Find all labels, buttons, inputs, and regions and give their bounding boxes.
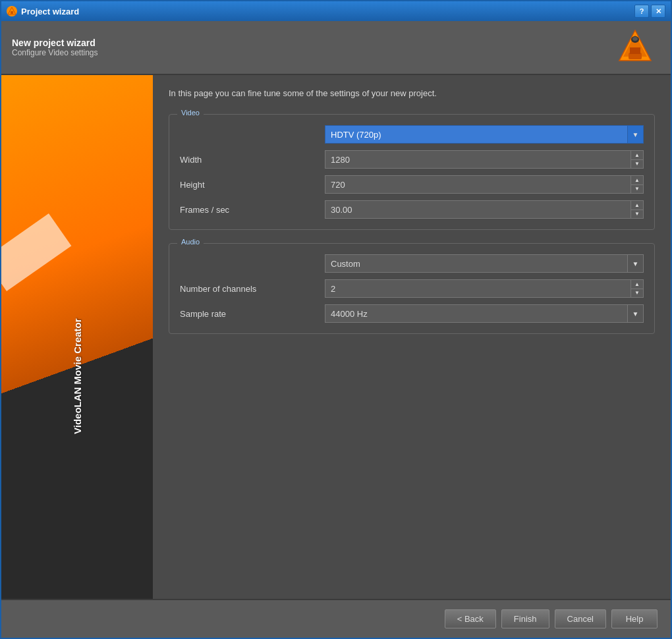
svg-point-7 (632, 37, 638, 41)
channels-label: Number of channels (180, 284, 325, 294)
sidebar-label: VideoLAN Movie Creator (1, 167, 153, 586)
video-section-label: Video (177, 109, 204, 117)
height-spinbox: ▲ ▼ (325, 175, 644, 194)
width-decrement[interactable]: ▼ (631, 160, 643, 169)
intro-text: In this page you can fine tune some of t… (169, 88, 655, 98)
svg-rect-5 (630, 47, 640, 54)
height-wrap: ▲ ▼ (325, 175, 644, 194)
channels-row: Number of channels ▲ ▼ (180, 279, 644, 298)
close-button[interactable]: ✕ (651, 5, 665, 18)
height-input[interactable] (325, 175, 630, 194)
fps-decrement[interactable]: ▼ (631, 210, 643, 219)
title-bar: Project wizard ? ✕ (1, 1, 671, 21)
fps-label: Frames / sec (180, 205, 325, 215)
window-title: Project wizard (21, 7, 630, 16)
audio-section: Audio Custom Stereo 44100 Hz Stereo 4800… (169, 243, 655, 334)
main-content: VideoLAN Movie Creator In this page you … (1, 75, 671, 599)
channels-spinbox-buttons: ▲ ▼ (630, 279, 644, 298)
help-button[interactable]: ? (634, 5, 649, 18)
width-increment[interactable]: ▲ (631, 151, 643, 160)
header-logo (614, 28, 660, 67)
header-bar: New project wizard Configure Video setti… (1, 21, 671, 75)
main-window: Project wizard ? ✕ New project wizard Co… (0, 0, 672, 639)
channels-wrap: ▲ ▼ (325, 279, 644, 298)
width-spinbox: ▲ ▼ (325, 150, 644, 169)
height-spinbox-buttons: ▲ ▼ (630, 175, 644, 194)
height-decrement[interactable]: ▼ (631, 185, 643, 194)
content-area: In this page you can fine tune some of t… (153, 75, 671, 599)
samplerate-wrap: 44000 Hz 48000 Hz 22050 Hz ▼ (325, 304, 644, 323)
footer: < Back Finish Cancel Help (1, 599, 671, 638)
cancel-button[interactable]: Cancel (555, 609, 606, 628)
channels-spinbox: ▲ ▼ (325, 279, 644, 298)
help-footer-button[interactable]: Help (611, 609, 658, 628)
video-section: Video HDTV (720p) SD (480p) Custom ▼ (169, 114, 655, 230)
title-bar-buttons: ? ✕ (634, 5, 665, 18)
fps-increment[interactable]: ▲ (631, 201, 643, 210)
height-increment[interactable]: ▲ (631, 176, 643, 185)
audio-section-label: Audio (177, 238, 204, 246)
audio-preset-arrow[interactable]: ▼ (628, 254, 644, 273)
fps-spinbox: ▲ ▼ (325, 200, 644, 219)
finish-button[interactable]: Finish (501, 609, 549, 628)
svg-rect-1 (11, 11, 13, 14)
header-text: New project wizard Configure Video setti… (12, 38, 98, 57)
channels-input[interactable] (325, 279, 630, 298)
sidebar: VideoLAN Movie Creator (1, 75, 153, 599)
samplerate-label: Sample rate (180, 309, 325, 319)
video-preset-dropdown[interactable]: HDTV (720p) SD (480p) Custom (325, 125, 628, 144)
video-preset-arrow[interactable]: ▼ (628, 125, 644, 144)
width-label: Width (180, 155, 325, 165)
back-button[interactable]: < Back (445, 609, 496, 628)
video-preset-row: HDTV (720p) SD (480p) Custom ▼ (180, 125, 644, 144)
width-spinbox-buttons: ▲ ▼ (630, 150, 644, 169)
audio-preset-dropdown[interactable]: Custom Stereo 44100 Hz Stereo 48000 Hz (325, 254, 628, 273)
samplerate-row: Sample rate 44000 Hz 48000 Hz 22050 Hz ▼ (180, 304, 644, 323)
wizard-subtitle: Configure Video settings (12, 48, 98, 57)
channels-decrement[interactable]: ▼ (631, 289, 643, 298)
audio-preset-row: Custom Stereo 44100 Hz Stereo 48000 Hz ▼ (180, 254, 644, 273)
height-label: Height (180, 180, 325, 190)
wizard-title: New project wizard (12, 38, 98, 48)
width-wrap: ▲ ▼ (325, 150, 644, 169)
window-icon (7, 6, 17, 16)
samplerate-arrow[interactable]: ▼ (628, 304, 644, 323)
height-row: Height ▲ ▼ (180, 175, 644, 194)
fps-input[interactable] (325, 200, 630, 219)
fps-spinbox-buttons: ▲ ▼ (630, 200, 644, 219)
samplerate-dropdown[interactable]: 44000 Hz 48000 Hz 22050 Hz (325, 304, 628, 323)
channels-increment[interactable]: ▲ (631, 280, 643, 289)
width-row: Width ▲ ▼ (180, 150, 644, 169)
fps-wrap: ▲ ▼ (325, 200, 644, 219)
audio-preset-wrap: Custom Stereo 44100 Hz Stereo 48000 Hz ▼ (325, 254, 644, 273)
width-input[interactable] (325, 150, 630, 169)
fps-row: Frames / sec ▲ ▼ (180, 200, 644, 219)
video-preset-wrap: HDTV (720p) SD (480p) Custom ▼ (325, 125, 644, 144)
